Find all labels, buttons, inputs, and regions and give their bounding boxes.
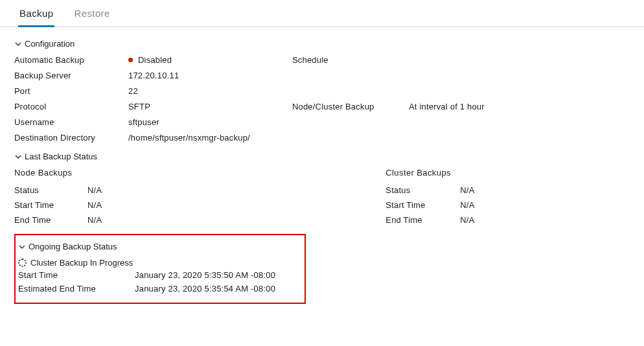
- section-configuration-header[interactable]: Configuration: [14, 39, 644, 49]
- tabs-bar: Backup Restore: [0, 0, 644, 27]
- node-start-label: Start Time: [14, 200, 87, 210]
- section-title: Configuration: [25, 39, 75, 49]
- section-title: Ongoing Backup Status: [29, 242, 117, 251]
- automatic-backup-value: Disabled: [128, 55, 250, 65]
- section-ongoing-header[interactable]: Ongoing Backup Status: [18, 242, 295, 251]
- node-cluster-backup-label: Node/Cluster Backup: [292, 102, 409, 143]
- protocol-label: Protocol: [14, 102, 128, 111]
- cluster-start-label: Start Time: [385, 200, 460, 210]
- ongoing-progress-line: Cluster Backup In Progress: [18, 258, 295, 268]
- cluster-status-label: Status: [385, 185, 460, 195]
- section-title: Last Backup Status: [25, 152, 97, 161]
- username-label: Username: [14, 117, 128, 127]
- tab-restore[interactable]: Restore: [73, 5, 111, 27]
- node-end-value: N/A: [87, 215, 102, 225]
- ongoing-grid: Start Time January 23, 2020 5:35:50 AM -…: [18, 270, 295, 294]
- ongoing-progress-text: Cluster Backup In Progress: [30, 258, 133, 268]
- cluster-backups-column: Cluster Backups Status N/A Start Time N/…: [385, 168, 474, 225]
- last-backup-grid: Node Backups Status N/A Start Time N/A E…: [14, 168, 644, 225]
- dest-dir-label: Destination Directory: [14, 133, 128, 143]
- tab-backup[interactable]: Backup: [18, 5, 54, 27]
- section-last-backup-header[interactable]: Last Backup Status: [14, 152, 644, 161]
- cluster-end-label: End Time: [385, 215, 460, 225]
- username-value: sftpuser: [128, 117, 250, 127]
- ongoing-est-end-value: January 23, 2020 5:35:54 AM -08:00: [135, 284, 295, 294]
- ongoing-backup-box: Ongoing Backup Status Cluster Backup In …: [14, 234, 306, 304]
- node-cluster-backup-value: At interval of 1 hour: [409, 102, 485, 143]
- spinner-icon: [18, 259, 27, 267]
- cluster-end-value: N/A: [460, 215, 474, 225]
- ongoing-start-label: Start Time: [18, 270, 135, 280]
- port-label: Port: [14, 86, 128, 96]
- node-status-label: Status: [14, 185, 87, 195]
- content-area: Configuration Automatic Backup Disabled …: [0, 27, 644, 317]
- automatic-backup-text: Disabled: [138, 55, 172, 65]
- node-status-value: N/A: [87, 185, 102, 195]
- cluster-status-value: N/A: [460, 185, 474, 195]
- node-backups-column: Node Backups Status N/A Start Time N/A E…: [14, 168, 102, 225]
- dest-dir-value: /home/sftpuser/nsxmgr-backup/: [128, 133, 250, 143]
- chevron-down-icon: [14, 40, 22, 48]
- node-end-label: End Time: [14, 215, 87, 225]
- protocol-value: SFTP: [128, 102, 250, 111]
- cluster-start-value: N/A: [460, 200, 474, 210]
- backup-server-value: 172.20.10.11: [128, 71, 250, 80]
- ongoing-start-value: January 23, 2020 5:35:50 AM -08:00: [135, 270, 295, 280]
- chevron-down-icon: [18, 243, 26, 251]
- cluster-backups-heading: Cluster Backups: [385, 168, 474, 178]
- node-start-value: N/A: [87, 200, 102, 210]
- status-dot-icon: [128, 58, 133, 62]
- automatic-backup-label: Automatic Backup: [14, 55, 128, 65]
- chevron-down-icon: [14, 153, 22, 161]
- schedule-label: Schedule: [292, 55, 409, 96]
- configuration-grid: Automatic Backup Disabled Backup Server …: [14, 55, 644, 143]
- ongoing-est-end-label: Estimated End Time: [18, 284, 135, 294]
- port-value: 22: [128, 86, 250, 96]
- node-backups-heading: Node Backups: [14, 168, 102, 178]
- backup-server-label: Backup Server: [14, 71, 128, 80]
- config-right-column: Schedule Node/Cluster Backup At interval…: [292, 55, 485, 143]
- config-left-column: Automatic Backup Disabled Backup Server …: [14, 55, 276, 143]
